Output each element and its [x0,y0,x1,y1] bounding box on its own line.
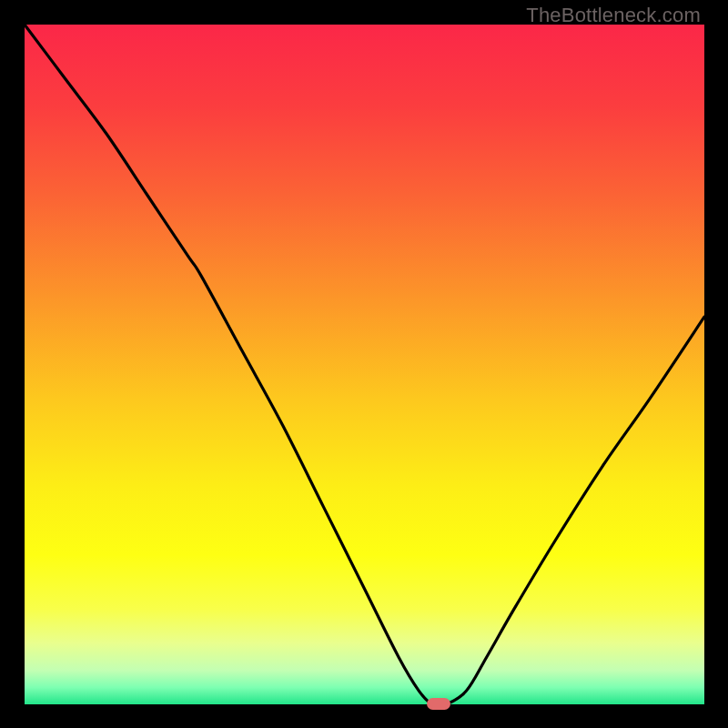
watermark-text: TheBottleneck.com [526,4,701,27]
plot-area [25,25,704,704]
minimum-marker [427,698,450,710]
bottleneck-curve [25,25,704,704]
chart-frame: TheBottleneck.com [0,0,728,728]
